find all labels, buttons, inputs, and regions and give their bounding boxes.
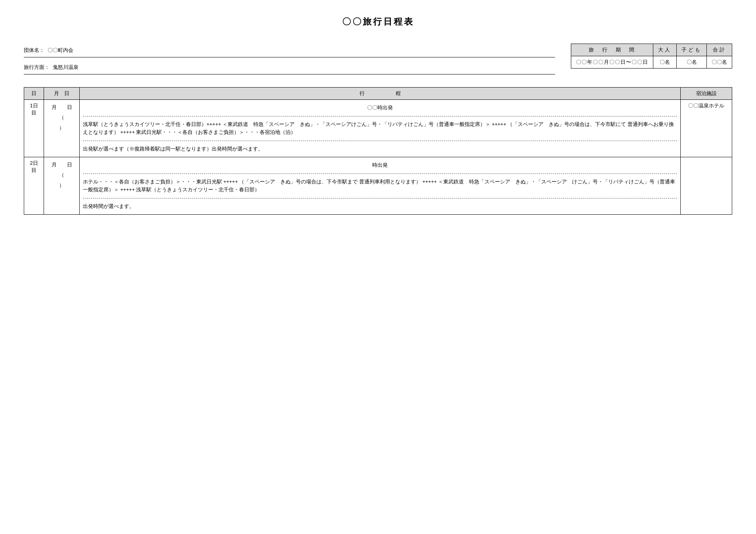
date-2: 月 日 （ ）: [44, 157, 80, 215]
destination-value: 鬼怒川温泉: [53, 64, 78, 71]
table-row: 1日目 月 日 （ ） 〇〇時出発 浅草駅（とうきょうスカイツリー・北千住・春日…: [24, 100, 732, 157]
table-row: 2日目 月 日 （ ） 時出発 ホテル・・・＜各自（お客さまご負担）＞・・・東武…: [24, 157, 732, 215]
destination-label: 旅行方面：: [24, 64, 50, 71]
main-text-2: ホテル・・・＜各自（お客さまご負担）＞・・・東武日光駅 +++++ （「スペーシ…: [83, 176, 677, 196]
date-2-line3: ）: [47, 180, 76, 191]
divider-2b: [83, 198, 677, 198]
children-value: 〇名: [677, 56, 707, 69]
group-row: 団体名： 〇〇町内会: [24, 44, 555, 57]
destination-row: 旅行方面： 鬼怒川温泉: [24, 61, 555, 74]
header-day: 日: [24, 88, 44, 100]
hotel-2: [681, 157, 732, 215]
main-text-1: 浅草駅（とうきょうスカイツリー・北千住・春日部）+++++ ＜東武鉄道 特急「ス…: [83, 119, 677, 138]
departure-title-1: 〇〇時出発: [83, 102, 677, 114]
period-table: 旅 行 期 間 大人 子ども 合計 〇〇年〇〇月〇〇日〜〇〇日 〇名 〇名 〇〇…: [571, 44, 732, 69]
date-1: 月 日 （ ）: [44, 100, 80, 157]
header-hotel: 宿泊施設: [681, 88, 732, 100]
total-header: 合計: [707, 44, 732, 56]
period-table-container: 旅 行 期 間 大人 子ども 合計 〇〇年〇〇月〇〇日〜〇〇日 〇名 〇名 〇〇…: [571, 44, 732, 69]
group-value: 〇〇町内会: [48, 47, 73, 54]
adults-header: 大人: [653, 44, 677, 56]
date-1-line3: ）: [47, 123, 76, 133]
date-2-line2: （: [47, 170, 76, 180]
itinerary-1: 〇〇時出発 浅草駅（とうきょうスカイツリー・北千住・春日部）+++++ ＜東武鉄…: [80, 100, 681, 157]
info-section: 団体名： 〇〇町内会 旅行方面： 鬼怒川温泉 旅 行 期 間 大人 子ども 合計…: [24, 44, 732, 78]
itinerary-1-inner: 〇〇時出発 浅草駅（とうきょうスカイツリー・北千住・春日部）+++++ ＜東武鉄…: [83, 102, 677, 154]
itinerary-table: 日 月 日 行 程 宿泊施設 1日目 月 日 （ ） 〇〇時出発 浅草駅（とうき…: [24, 87, 732, 215]
group-label: 団体名：: [24, 47, 44, 54]
divider-1a: [83, 116, 677, 116]
total-value: 〇〇名: [707, 56, 732, 69]
day-1: 1日目: [24, 100, 44, 157]
date-1-line2: （: [47, 113, 76, 123]
date-1-line1: 月 日: [47, 102, 76, 113]
period-header: 旅 行 期 間: [571, 44, 653, 56]
children-header: 子ども: [677, 44, 707, 56]
left-info: 団体名： 〇〇町内会 旅行方面： 鬼怒川温泉: [24, 44, 571, 78]
header-date: 月 日: [44, 88, 80, 100]
itinerary-2: 時出発 ホテル・・・＜各自（お客さまご負担）＞・・・東武日光駅 +++++ （「…: [80, 157, 681, 215]
page-title: 〇〇旅行日程表: [24, 16, 732, 28]
period-value: 〇〇年〇〇月〇〇日〜〇〇日: [571, 56, 653, 69]
divider-1b: [83, 141, 677, 141]
hotel-1: 〇〇温泉ホテル: [681, 100, 732, 157]
adults-value: 〇名: [653, 56, 677, 69]
itinerary-2-inner: 時出発 ホテル・・・＜各自（お客さまご負担）＞・・・東武日光駅 +++++ （「…: [83, 160, 677, 212]
note-text-1: 出発駅が選べます（※復路帰着駅は同一駅となります）出発時間が選べます。: [83, 143, 677, 154]
divider-2a: [83, 174, 677, 174]
day-2: 2日目: [24, 157, 44, 215]
note-text-2: 出発時間が選べます。: [83, 201, 677, 212]
header-itinerary: 行 程: [80, 88, 681, 100]
departure-title-2: 時出発: [83, 160, 677, 171]
date-2-line1: 月 日: [47, 160, 76, 170]
